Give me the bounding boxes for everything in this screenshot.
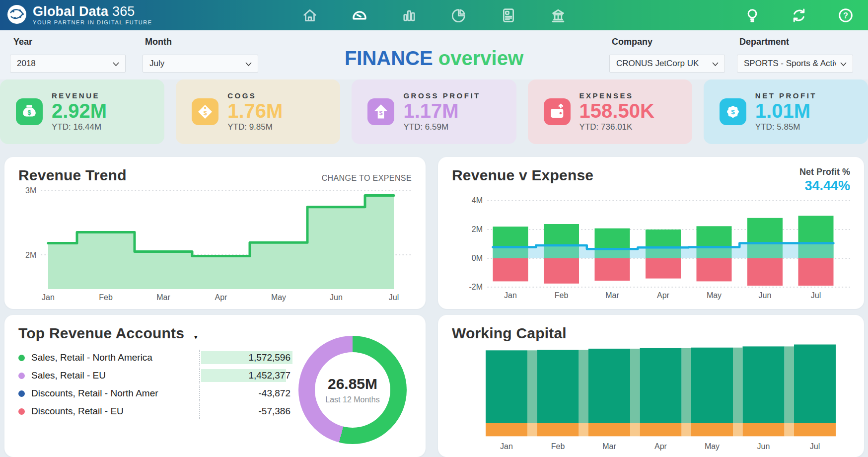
svg-text:May: May (707, 291, 722, 300)
company-dropdown[interactable]: CRONUS JetCorp UK (609, 55, 725, 73)
bar-chart-icon[interactable] (401, 7, 418, 24)
nav-icon-group (301, 7, 567, 24)
account-value-cell: -57,386 (199, 403, 294, 419)
month-dropdown[interactable]: July (143, 55, 258, 73)
svg-text:May: May (271, 293, 286, 302)
svg-text:Mar: Mar (602, 442, 616, 451)
revenue-trend-chart: 3M2MJanFebMarAprMayJunJul (18, 186, 412, 305)
kpi-ytd: YTD: 6.59M (403, 122, 480, 132)
account-row[interactable]: Sales, Retail - EU1,452,377 (18, 367, 325, 384)
account-list: Sales, Retail - North America1,572,596Sa… (18, 349, 325, 420)
change-to-expense-button[interactable]: CHANGE TO EXPENSE (322, 174, 412, 183)
lightbulb-icon[interactable] (744, 7, 761, 24)
account-label: Sales, Retail - EU (31, 370, 199, 381)
wallet-arrow-icon (544, 98, 571, 125)
svg-text:Feb: Feb (551, 442, 565, 451)
revenue-trend-panel: Revenue Trend CHANGE TO EXPENSE 3M2MJanF… (4, 157, 426, 309)
account-row[interactable]: Discounts, Retail - North Amer-43,872 (18, 384, 325, 402)
svg-text:Feb: Feb (99, 293, 113, 302)
working-capital-title: Working Capital (452, 325, 850, 342)
account-value-cell: 1,572,596 (199, 350, 294, 366)
revenue-v-expense-panel: Revenue v Expense Net Profit % 34.44% 4M… (438, 157, 864, 309)
action-icon-group: ? (744, 7, 868, 24)
kpi-value: 1.76M (227, 100, 283, 122)
kpi-value: 1.17M (403, 100, 480, 122)
top-bar: Global Data 365 YOUR PARTNER IN DIGITAL … (0, 0, 868, 30)
account-value: -43,872 (259, 388, 290, 399)
month-label: Month (145, 37, 172, 47)
refresh-icon[interactable] (791, 7, 807, 24)
globe-circuit-logo-icon (7, 4, 27, 26)
svg-text:$: $ (27, 109, 31, 116)
account-label: Discounts, Retail - EU (31, 406, 199, 417)
kpi-card-row: $REVENUE2.92MYTD: 16.44M$COGS1.76MYTD: 9… (0, 79, 868, 144)
year-dropdown[interactable]: 2018 (10, 55, 126, 73)
account-value: -57,386 (259, 406, 290, 417)
company-label: Company (612, 37, 652, 47)
svg-text:Jun: Jun (757, 442, 770, 451)
svg-text:0M: 0M (472, 254, 483, 262)
home-icon[interactable] (301, 7, 318, 24)
kpi-label: GROSS PROFIT (403, 91, 480, 100)
account-row[interactable]: Sales, Retail - North America1,572,596 (18, 349, 325, 367)
legend-dot-icon (18, 408, 25, 415)
logo: Global Data 365 YOUR PARTNER IN DIGITAL … (0, 4, 152, 26)
logo-subtitle: YOUR PARTNER IN DIGITAL FUTURE (33, 20, 152, 26)
svg-text:Jan: Jan (42, 293, 55, 302)
donut-total: 26.85M (328, 376, 377, 392)
bank-icon[interactable] (550, 7, 567, 24)
chevron-down-icon (840, 62, 847, 67)
svg-text:Mar: Mar (156, 293, 170, 302)
svg-text:Jul: Jul (811, 291, 821, 300)
svg-text:4M: 4M (472, 196, 483, 205)
filter-row: Year 2018 Month July FINANCE overview Co… (0, 30, 868, 79)
account-value: 1,452,377 (248, 370, 290, 381)
price-tag-icon: $ (192, 98, 218, 125)
kpi-value: 158.50K (579, 100, 654, 122)
year-label: Year (13, 37, 32, 47)
help-icon[interactable]: ? (837, 7, 854, 24)
dashboard-page: Global Data 365 YOUR PARTNER IN DIGITAL … (0, 0, 868, 457)
legend-dot-icon (18, 390, 25, 397)
svg-text:Jan: Jan (500, 442, 513, 451)
svg-text:$: $ (204, 110, 207, 117)
gauge-icon[interactable] (351, 7, 368, 24)
svg-text:Apr: Apr (657, 291, 670, 300)
kpi-label: COGS (227, 91, 283, 100)
svg-text:Jun: Jun (759, 291, 772, 300)
account-value-cell: 1,452,377 (199, 368, 294, 383)
working-capital-chart: JanFebMarAprMayJunJul (452, 344, 850, 453)
kpi-ytd: YTD: 5.85M (755, 122, 817, 132)
department-dropdown[interactable]: SPORTS - Sports & Activi... (737, 55, 853, 73)
svg-text:May: May (705, 442, 720, 451)
svg-text:2M: 2M (25, 251, 36, 259)
kpi-label: NET PROFIT (755, 91, 817, 100)
kpi-card-cogs: $COGS1.76MYTD: 9.85M (176, 79, 340, 144)
svg-text:Jul: Jul (810, 442, 820, 451)
account-row[interactable]: Discounts, Retail - EU-57,386 (18, 402, 325, 420)
chevron-down-icon (712, 62, 719, 67)
logo-title: Global Data 365 (33, 4, 152, 18)
kpi-ytd: YTD: 736.01K (579, 122, 654, 132)
svg-text:Apr: Apr (215, 293, 228, 302)
revenue-donut-chart: 26.85M Last 12 Months (298, 336, 407, 444)
kpi-label: EXPENSES (579, 91, 654, 100)
pie-chart-icon[interactable] (450, 7, 467, 24)
kpi-ytd: YTD: 9.85M (227, 122, 283, 132)
revenue-v-expense-chart: 4M2M0M-2MJanFebMarAprMayJunJul (452, 196, 850, 303)
account-label: Discounts, Retail - North Amer (31, 388, 199, 399)
svg-text:2M: 2M (472, 225, 483, 233)
svg-text:$: $ (731, 108, 734, 116)
arrow-up-dollar-icon: $ (367, 98, 394, 125)
sort-caret-icon[interactable]: ▾ (194, 333, 198, 341)
donut-caption: Last 12 Months (325, 395, 379, 404)
report-icon[interactable] (500, 7, 517, 24)
svg-text:?: ? (843, 10, 848, 19)
legend-dot-icon (18, 355, 25, 361)
chevron-down-icon (112, 62, 120, 67)
top-revenue-accounts-title: Top Revenue Accounts (18, 325, 184, 342)
net-profit-label: Net Profit % (799, 167, 850, 177)
kpi-card-expenses: EXPENSES158.50KYTD: 736.01K (528, 79, 692, 144)
kpi-card-revenue: $REVENUE2.92MYTD: 16.44M (0, 79, 164, 144)
working-capital-panel: Working Capital JanFebMarAprMayJunJul (438, 315, 864, 457)
